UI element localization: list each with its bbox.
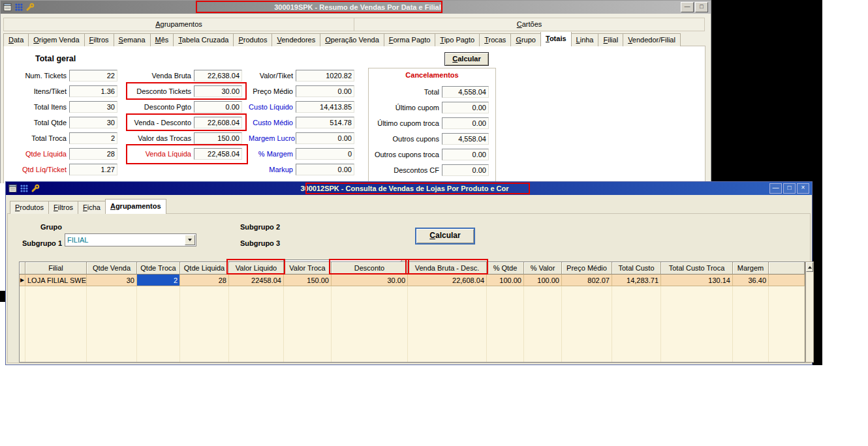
field-value-custo-m-dio[interactable]: 514.78 bbox=[296, 117, 354, 128]
field-value-margem[interactable]: 0 bbox=[296, 148, 354, 160]
field-value-total-itens[interactable]: 30 bbox=[69, 101, 117, 113]
field-value-venda-desconto[interactable]: 22,608.04 bbox=[194, 117, 242, 128]
field-value-qtd-l-q-ticket[interactable]: 1.27 bbox=[69, 164, 117, 175]
w1-tab-produtos[interactable]: Produtos bbox=[233, 33, 272, 46]
field-value-outros-cupons[interactable]: 4,558.04 bbox=[442, 133, 489, 145]
field-margem-lucro: Margem Lucro0.00 bbox=[249, 132, 354, 144]
field-value-markup[interactable]: 0.00 bbox=[296, 164, 354, 175]
cell-filial[interactable]: LOJA FILIAL SWEDA bbox=[25, 275, 87, 286]
col-header-valor[interactable]: % Valor bbox=[524, 262, 562, 275]
report-icon[interactable] bbox=[3, 3, 12, 12]
window2-minimize-button[interactable]: — bbox=[769, 183, 782, 194]
report-icon[interactable] bbox=[8, 184, 18, 193]
cell-desconto[interactable]: 30.00 bbox=[332, 275, 408, 286]
group-tab-agrupamentos[interactable]: Agrupamentos bbox=[4, 18, 354, 31]
window1-minimize-button[interactable]: — bbox=[681, 2, 694, 12]
field-value-qtde-l-quida[interactable]: 28 bbox=[69, 148, 117, 160]
field-value-num-tickets[interactable]: 22 bbox=[69, 70, 117, 82]
field-value-outros-cupons-troca[interactable]: 0.00 bbox=[442, 149, 489, 160]
w1-tab-m-s[interactable]: Mês bbox=[150, 33, 174, 46]
field-value-total-qtde[interactable]: 30 bbox=[69, 117, 117, 128]
w1-tab-filial[interactable]: Filial bbox=[598, 33, 623, 46]
w1-tab-origem-venda[interactable]: Origem Venda bbox=[28, 33, 84, 46]
components-icon[interactable] bbox=[20, 184, 29, 193]
w2-tab-filtros[interactable]: Filtros bbox=[48, 201, 78, 214]
w1-tab-opera-o-venda[interactable]: Operação Venda bbox=[320, 33, 384, 46]
cell-valor-troca[interactable]: 150.00 bbox=[284, 275, 332, 286]
col-header-filial[interactable]: Filial bbox=[25, 262, 87, 275]
w1-tab-semana[interactable]: Semana bbox=[114, 33, 151, 46]
window2-close-button[interactable]: × bbox=[797, 183, 809, 194]
cell-total-custo-troca[interactable]: 130.14 bbox=[661, 275, 733, 286]
col-header-qtde-troca[interactable]: Qtde Troca bbox=[137, 262, 180, 275]
w1-tab-filtros[interactable]: Filtros bbox=[84, 33, 114, 46]
cell-venda-bruta-desc[interactable]: 22,608.04 bbox=[408, 275, 487, 286]
cell-pre-o-m-dio[interactable]: 802.07 bbox=[562, 275, 612, 286]
window1-maximize-button[interactable]: □ bbox=[695, 2, 708, 12]
field-value-itens-tiket[interactable]: 1.36 bbox=[69, 85, 117, 97]
field-value-valor-tiket[interactable]: 1020.82 bbox=[296, 70, 354, 82]
cell-margem[interactable]: 36.40 bbox=[733, 275, 769, 286]
field-value-venda-l-quida[interactable]: 22,458.04 bbox=[194, 148, 242, 160]
field-value-descontos-cf[interactable]: 0.00 bbox=[442, 164, 489, 176]
field-value-desconto-pgto[interactable]: 0.00 bbox=[194, 101, 242, 113]
window2-maximize-button[interactable]: □ bbox=[783, 183, 796, 194]
cell-qtde-liquida[interactable]: 28 bbox=[180, 275, 229, 286]
col-header-margem[interactable]: Margem bbox=[733, 262, 769, 275]
cell-valor[interactable]: 100.00 bbox=[524, 275, 562, 286]
col-header-venda-bruta-desc[interactable]: Venda Bruta - Desc. bbox=[408, 262, 487, 275]
w2-tab-agrupamentos[interactable]: Agrupamentos bbox=[105, 199, 166, 214]
cell-qtde-troca[interactable]: 2 bbox=[137, 275, 180, 286]
vertical-scrollbar[interactable] bbox=[805, 261, 814, 363]
w2-tab-produtos[interactable]: Produtos bbox=[10, 201, 49, 214]
w2-tab-ficha[interactable]: Ficha bbox=[78, 201, 106, 214]
col-header-desconto[interactable]: Desconto bbox=[332, 262, 408, 275]
col-header-pre-o-m-dio[interactable]: Preço Médio bbox=[562, 262, 612, 275]
w1-tab-grupo[interactable]: Grupo bbox=[510, 33, 541, 46]
w1-calcular-button[interactable]: Calcular bbox=[444, 52, 489, 66]
window1-titlebar[interactable]: 300019SPK - Resumo de Vendas Por Data e … bbox=[1, 1, 711, 14]
w1-tab-vendedores[interactable]: Vendedores bbox=[271, 33, 320, 46]
wrench-icon[interactable] bbox=[31, 184, 40, 193]
scrollbar-up-button[interactable] bbox=[806, 262, 813, 272]
cell-total-custo[interactable]: 14,283.71 bbox=[612, 275, 661, 286]
field-label-total-qtde: Total Qtde bbox=[8, 119, 69, 126]
field-value-total[interactable]: 4,558.04 bbox=[442, 86, 489, 98]
col-header-qtde[interactable]: % Qtde bbox=[487, 262, 524, 275]
col-header-total-custo[interactable]: Total Custo bbox=[612, 262, 661, 275]
cell-valor-liquido[interactable]: 22458.04 bbox=[229, 275, 284, 286]
field-value-valor-das-trocas[interactable]: 150.00 bbox=[194, 132, 242, 144]
col-header-qtde-venda[interactable]: Qtde Venda bbox=[87, 262, 137, 275]
cell-qtde[interactable]: 100.00 bbox=[487, 275, 524, 286]
field-value-ltimo-cupom-troca[interactable]: 0.00 bbox=[442, 117, 489, 129]
field-value-total-troca[interactable]: 2 bbox=[69, 132, 117, 144]
w1-tab-forma-pagto[interactable]: Forma Pagto bbox=[384, 33, 436, 46]
field-value-margem-lucro[interactable]: 0.00 bbox=[296, 132, 354, 144]
col-header-valor-troca[interactable]: Valor Troca bbox=[284, 262, 332, 275]
grupo-combobox[interactable]: FILIAL bbox=[65, 233, 196, 246]
field-value-pre-o-m-dio[interactable]: 0.00 bbox=[296, 85, 354, 97]
group-tab-cartoes[interactable]: Cartões bbox=[354, 18, 704, 31]
grupo-combobox-dropdown-button[interactable] bbox=[185, 235, 195, 245]
field-value-custo-l-quido[interactable]: 14,413.85 bbox=[296, 101, 354, 113]
w1-tab-tabela-cruzada[interactable]: Tabela Cruzada bbox=[173, 33, 234, 46]
w1-tab-tipo-pagto[interactable]: Tipo Pagto bbox=[435, 33, 480, 46]
col-header-valor-liquido[interactable]: Valor Liquido bbox=[229, 262, 284, 275]
field-custo-l-quido: Custo Líquido14,413.85 bbox=[249, 101, 354, 113]
col-header-qtde-liquida[interactable]: Qtde Liquida bbox=[180, 262, 229, 275]
wrench-icon[interactable] bbox=[25, 3, 35, 12]
field-value-venda-bruta[interactable]: 22,638.04 bbox=[194, 70, 242, 82]
w2-calcular-button[interactable]: Calcular bbox=[415, 228, 475, 245]
col-header-total-custo-troca[interactable]: Total Custo Troca bbox=[661, 262, 733, 275]
components-icon[interactable] bbox=[14, 3, 23, 12]
window2-titlebar[interactable]: 300012SPK - Consulta de Vendas de Lojas … bbox=[6, 182, 812, 195]
cell-qtde-venda[interactable]: 30 bbox=[87, 275, 137, 286]
w2-table-row[interactable]: ▶LOJA FILIAL SWEDA3022822458.04150.0030.… bbox=[20, 275, 805, 286]
w1-tab-linha[interactable]: Linha bbox=[571, 33, 599, 46]
w1-tab-totais[interactable]: Totais bbox=[540, 32, 572, 46]
w1-tab-trocas[interactable]: Trocas bbox=[479, 33, 511, 46]
field-value-desconto-tickets[interactable]: 30.00 bbox=[194, 85, 242, 97]
field-value-ltimo-cupom[interactable]: 0.00 bbox=[442, 102, 489, 113]
w1-tab-vendedor-filial[interactable]: Vendedor/Filial bbox=[623, 33, 681, 46]
w1-tab-data[interactable]: Data bbox=[3, 33, 29, 46]
